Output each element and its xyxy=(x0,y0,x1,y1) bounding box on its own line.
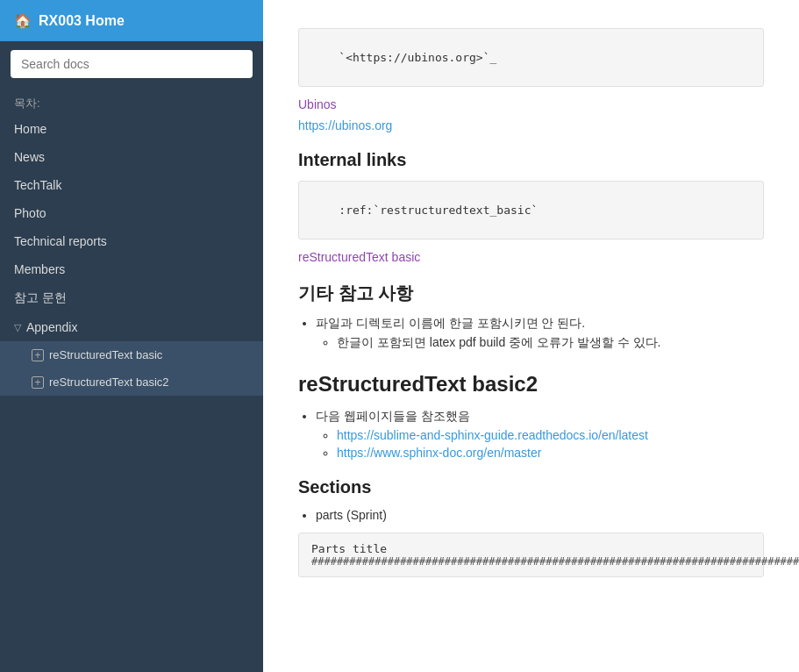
home-icon: 🏠 xyxy=(14,12,32,29)
sidebar-search-container xyxy=(0,41,263,87)
sections-heading: Sections xyxy=(298,477,764,497)
ubinos-url[interactable]: https://ubinos.org xyxy=(298,118,764,132)
expand-icon: + xyxy=(32,349,44,361)
sidebar-item-reference[interactable]: 참고 문헌 xyxy=(0,283,263,313)
rst-basic2-heading: reStructuredText basic2 xyxy=(298,372,764,397)
sidebar-item-home[interactable]: Home xyxy=(0,115,263,143)
other-section-list: 파일과 디렉토리 이름에 한글 포함시키면 안 된다. 한글이 포함되면 lat… xyxy=(316,316,764,351)
sub-list-2: https://sublime-and-sphinx-guide.readthe… xyxy=(337,428,764,460)
sidebar-item-members[interactable]: Members xyxy=(0,255,263,283)
ubinos-link[interactable]: Ubinos xyxy=(298,97,764,111)
rst-basic2-list: 다음 웹페이지들을 참조했음 https://sublime-and-sphin… xyxy=(316,409,764,460)
sections-list-item: parts (Sprint) xyxy=(316,508,764,522)
main-content: `<https://ubinos.org>`_ Ubinos https://u… xyxy=(263,0,799,672)
sidebar-title: RX003 Home xyxy=(39,13,125,29)
sub-list: 한글이 포함되면 latex pdf build 중에 오류가 발생할 수 있다… xyxy=(337,335,764,351)
parts-title-line: Parts title xyxy=(311,542,751,555)
toc-label: 목차: xyxy=(0,87,263,115)
sub-list-item-link-2: https://www.sphinx-doc.org/en/master xyxy=(337,446,764,460)
parts-hash-line: ########################################… xyxy=(311,555,751,568)
sidebar-item-technical-reports[interactable]: Technical reports xyxy=(0,227,263,255)
parts-code-block: Parts title ############################… xyxy=(298,533,764,577)
top-code-block: `<https://ubinos.org>`_ xyxy=(298,28,764,87)
sidebar-item-appendix[interactable]: ▽ Appendix xyxy=(0,313,263,341)
sidebar-item-rst-basic[interactable]: + reStructuredText basic xyxy=(0,341,263,368)
rst-basic-link[interactable]: reStructuredText basic xyxy=(298,250,764,264)
expand-icon-2: + xyxy=(32,376,44,389)
sidebar-item-rst-basic2[interactable]: + reStructuredText basic2 xyxy=(0,368,263,396)
sidebar-item-news[interactable]: News xyxy=(0,143,263,171)
internal-links-heading: Internal links xyxy=(298,150,764,170)
list-item-2: 다음 웹페이지들을 참조했음 https://sublime-and-sphin… xyxy=(316,409,764,460)
list-item: 파일과 디렉토리 이름에 한글 포함시키면 안 된다. 한글이 포함되면 lat… xyxy=(316,316,764,351)
sphinx-doc-link[interactable]: https://www.sphinx-doc.org/en/master xyxy=(337,446,541,460)
ref-code-block: :ref:`restructuredtext_basic` xyxy=(298,181,764,239)
sidebar-item-techtalk[interactable]: TechTalk xyxy=(0,171,263,199)
sphinx-guide-link[interactable]: https://sublime-and-sphinx-guide.readthe… xyxy=(337,428,648,442)
sidebar-header: 🏠 RX003 Home xyxy=(0,0,263,41)
collapse-icon: ▽ xyxy=(14,322,21,333)
other-section-heading: 기타 참고 사항 xyxy=(298,282,764,305)
sub-list-item-link-1: https://sublime-and-sphinx-guide.readthe… xyxy=(337,428,764,442)
sidebar: 🏠 RX003 Home 목차: Home News TechTalk Phot… xyxy=(0,0,263,672)
search-input[interactable] xyxy=(11,50,253,78)
sidebar-item-photo[interactable]: Photo xyxy=(0,199,263,227)
sub-list-item: 한글이 포함되면 latex pdf build 중에 오류가 발생할 수 있다… xyxy=(337,335,764,351)
sections-list: parts (Sprint) xyxy=(316,508,764,522)
